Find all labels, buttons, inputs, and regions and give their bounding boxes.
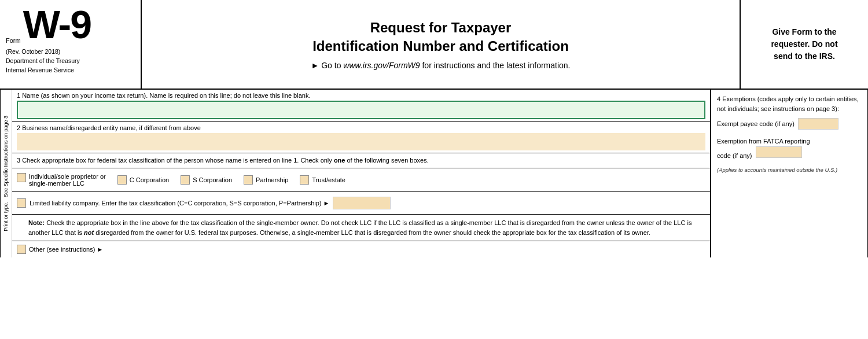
- line1-row: 1 Name (as shown on your income tax retu…: [12, 90, 710, 122]
- section3-label2: of the following seven boxes.: [347, 157, 429, 164]
- fatca-label: Exemption from FATCA reporting code (if …: [717, 137, 862, 160]
- section3-label: 3 Check appropriate box for federal tax …: [17, 157, 332, 164]
- applies-note: (Applies to accounts maintained outside …: [717, 166, 862, 174]
- fatca-label-line2-row: code (if any): [717, 146, 862, 161]
- note-not: not: [84, 229, 94, 236]
- fatca-code-input[interactable]: [756, 146, 802, 158]
- header-left-sub: (Rev. October 2018) Department of the Tr…: [6, 47, 135, 75]
- checkbox-box-partnership[interactable]: [244, 175, 253, 185]
- checkbox-box-other[interactable]: [17, 245, 26, 254]
- form-title: Request for Taxpayer Identification Numb…: [153, 19, 728, 54]
- checkbox-individual[interactable]: Individual/sole proprietor orsingle-memb…: [17, 173, 106, 187]
- line2-row: 2 Business name/disregarded entity name,…: [12, 122, 710, 153]
- exempt-payee-row: Exempt payee code (if any): [717, 118, 862, 130]
- header-center: Request for Taxpayer Identification Numb…: [142, 0, 741, 89]
- checkbox-scorp[interactable]: S Corporation: [181, 175, 232, 185]
- revenue-service: Internal Revenue Service: [6, 66, 135, 75]
- checkbox-label-scorp: S Corporation: [193, 176, 232, 183]
- checkbox-box-trust[interactable]: [300, 175, 309, 185]
- note-text2: disregarded from the owner for U.S. fede…: [95, 229, 650, 236]
- form-header: Form W-9 (Rev. October 2018) Department …: [0, 0, 868, 90]
- form-subtitle: ► Go to www.irs.gov/FormW9 for instructi…: [153, 61, 728, 70]
- form-label: Form: [6, 37, 21, 44]
- checkbox-box-ccorp[interactable]: [117, 175, 127, 185]
- rev-date: (Rev. October 2018): [6, 47, 135, 57]
- checkbox-label-ccorp: C Corporation: [130, 176, 169, 183]
- checkbox-label-partnership: Partnership: [256, 176, 288, 183]
- checkbox-label-individual: Individual/sole proprietor orsingle-memb…: [29, 173, 106, 187]
- llc-row: Limited liability company. Enter the tax…: [12, 192, 710, 215]
- give-form-text: Give Form to the requester. Do not send …: [771, 26, 837, 62]
- department: Department of the Treasury: [6, 57, 135, 66]
- checkbox-ccorp[interactable]: C Corporation: [117, 175, 169, 185]
- fatca-label-line1: Exemption from FATCA reporting: [717, 137, 862, 146]
- section3-one: one: [334, 157, 345, 164]
- checkboxes-row: Individual/sole proprietor orsingle-memb…: [12, 168, 710, 192]
- side-label: Print or type. See Specific Instructions…: [1, 90, 12, 257]
- other-row: Other (see instructions) ►: [12, 241, 710, 257]
- other-label: Other (see instructions) ►: [29, 246, 103, 253]
- llc-label: Limited liability company. Enter the tax…: [30, 200, 329, 207]
- section4-header: 4 Exemptions (codes apply only to certai…: [717, 94, 862, 113]
- section4-panel: 4 Exemptions (codes apply only to certai…: [711, 90, 867, 257]
- llc-classification-input[interactable]: [333, 197, 391, 209]
- checkbox-trust[interactable]: Trust/estate: [300, 175, 345, 185]
- side-label-text: Print or type. See Specific Instructions…: [3, 116, 9, 231]
- fatca-label-line2: code (if any): [717, 152, 752, 159]
- exempt-payee-label: Exempt payee code (if any): [717, 119, 795, 129]
- checkbox-box-individual[interactable]: [17, 173, 26, 182]
- checkbox-box-llc[interactable]: [17, 198, 26, 208]
- note-bold: Note:: [28, 219, 45, 226]
- exempt-payee-input[interactable]: [798, 118, 838, 130]
- line1-label: 1 Name (as shown on your income tax retu…: [17, 92, 705, 99]
- line2-input[interactable]: [17, 133, 705, 150]
- form-body: Print or type. See Specific Instructions…: [0, 90, 868, 257]
- checkbox-partnership[interactable]: Partnership: [244, 175, 288, 185]
- w9-form: Form W-9 (Rev. October 2018) Department …: [0, 0, 868, 257]
- irs-link: www.irs.gov/FormW9: [343, 61, 420, 70]
- note-row: Note: Check the appropriate box in the l…: [12, 215, 710, 241]
- form-number: W-9: [23, 5, 91, 44]
- header-left: Form W-9 (Rev. October 2018) Department …: [0, 0, 142, 89]
- line1-input[interactable]: [17, 101, 705, 119]
- checkbox-box-scorp[interactable]: [181, 175, 190, 185]
- header-right: Give Form to the requester. Do not send …: [741, 0, 868, 89]
- form-main: 1 Name (as shown on your income tax retu…: [12, 90, 711, 257]
- section3-header: 3 Check appropriate box for federal tax …: [12, 153, 710, 168]
- checkbox-label-trust: Trust/estate: [312, 176, 345, 183]
- line2-label: 2 Business name/disregarded entity name,…: [17, 124, 705, 131]
